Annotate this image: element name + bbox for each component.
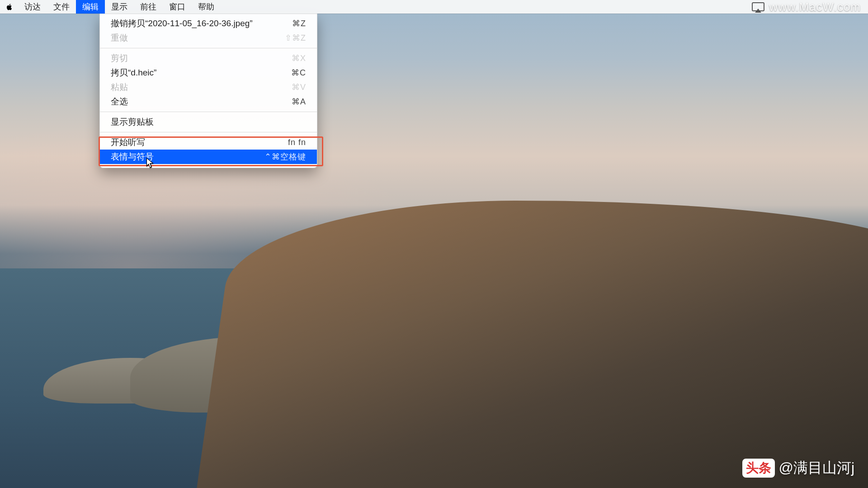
menu-separator	[100, 132, 317, 132]
menu-item-粘贴: 粘贴⌘V	[100, 80, 317, 94]
menu-item-shortcut: fn fn	[288, 138, 306, 147]
airplay-icon[interactable]	[752, 2, 764, 11]
menu-item-shortcut: ⌘A	[292, 97, 306, 107]
menu-item-shortcut: ⌘Z	[292, 19, 306, 28]
menubar-item-文件[interactable]: 文件	[47, 0, 76, 14]
menu-item-shortcut: ⌃⌘空格键	[264, 151, 306, 162]
menu-separator	[100, 48, 317, 48]
menu-item-label: 全选	[111, 96, 128, 108]
menu-separator	[100, 112, 317, 112]
menu-item-显示剪贴板[interactable]: 显示剪贴板	[100, 115, 317, 129]
source-credit: 头条 @满目山河j	[742, 458, 854, 478]
menubar-item-前往[interactable]: 前往	[134, 0, 163, 14]
menu-item-全选[interactable]: 全选⌘A	[100, 94, 317, 109]
menu-item-撤销拷贝“2020-11-05_16-20-36.jpeg”[interactable]: 撤销拷贝“2020-11-05_16-20-36.jpeg”⌘Z	[100, 16, 317, 31]
menu-item-剪切: 剪切⌘X	[100, 51, 317, 66]
menu-item-label: 开始听写	[111, 136, 145, 148]
wallpaper-mountains	[0, 185, 868, 488]
menu-item-shortcut: ⇧⌘Z	[285, 33, 306, 43]
menu-item-label: 撤销拷贝“2020-11-05_16-20-36.jpeg”	[111, 18, 253, 29]
menubar-item-显示[interactable]: 显示	[105, 0, 134, 14]
menu-item-label: 显示剪贴板	[111, 116, 154, 128]
menu-item-开始听写[interactable]: 开始听写fn fn	[100, 135, 317, 150]
menu-item-shortcut: ⌘V	[292, 82, 306, 92]
menu-item-label: 拷贝“d.heic”	[111, 67, 156, 79]
toutiao-logo: 头条	[742, 459, 775, 478]
menu-item-label: 剪切	[111, 52, 128, 64]
watermark-text: www.MacW.com	[769, 0, 861, 14]
menu-item-shortcut: ⌘C	[291, 68, 306, 78]
menubar-item-编辑[interactable]: 编辑	[76, 0, 105, 14]
edit-menu-dropdown: 撤销拷贝“2020-11-05_16-20-36.jpeg”⌘Z重做⇧⌘Z剪切⌘…	[99, 14, 317, 168]
menu-item-重做: 重做⇧⌘Z	[100, 31, 317, 45]
menu-item-label: 表情与符号	[111, 151, 154, 163]
author-handle: @满目山河j	[778, 458, 854, 478]
menubar-item-窗口[interactable]: 窗口	[163, 0, 192, 14]
menu-item-label: 重做	[111, 32, 128, 44]
menubar: 访达文件编辑显示前往窗口帮助 www.MacW.com	[0, 0, 868, 14]
menubar-item-帮助[interactable]: 帮助	[192, 0, 221, 14]
menu-item-拷贝“d.heic”[interactable]: 拷贝“d.heic”⌘C	[100, 66, 317, 80]
menubar-item-访达[interactable]: 访达	[18, 0, 47, 14]
menu-item-表情与符号[interactable]: 表情与符号⌃⌘空格键	[100, 150, 317, 164]
menu-item-shortcut: ⌘X	[292, 53, 306, 63]
apple-menu-icon[interactable]	[5, 3, 14, 10]
menu-item-label: 粘贴	[111, 81, 128, 93]
